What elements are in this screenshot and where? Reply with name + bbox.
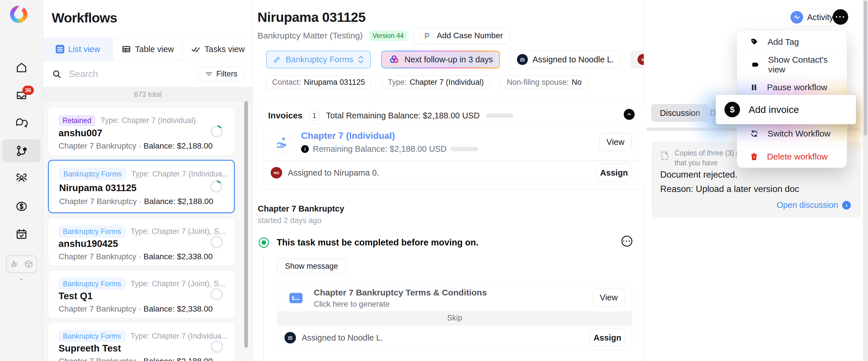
info-pill-row: Contact:Nirupama 031125 Type:Chapter 7 (… xyxy=(266,75,588,89)
page-scrollbar-thumb[interactable] xyxy=(864,1,867,136)
document-view-button[interactable]: View xyxy=(593,288,625,306)
task-document-card: Chapter 7 Bankruptcy Terms & Conditions … xyxy=(277,283,632,350)
task-assignee-row: Assigned to Noodle L. Assign xyxy=(278,325,632,350)
sidebar-item-billing[interactable] xyxy=(0,193,43,220)
task-note: This task must be completed before movin… xyxy=(277,238,478,248)
progress-ring xyxy=(210,125,223,138)
list-scrollbar-thumb[interactable] xyxy=(244,101,248,348)
status-badge: Bankruptcy Forms xyxy=(59,226,125,238)
pause-icon xyxy=(750,83,758,92)
filters-button[interactable]: Filters xyxy=(198,67,244,81)
item-name: Supreeth Test xyxy=(59,343,121,354)
show-message-button[interactable]: Show message xyxy=(277,259,346,274)
sidebar-collapse-chevron[interactable]: ⌄ xyxy=(0,274,43,282)
rejected-reason: Reason: Upload a later version doc xyxy=(660,184,799,194)
status-badge: Bankruptcy Forms xyxy=(59,278,125,290)
list-view-icon xyxy=(56,45,64,53)
menu-item-label: Pause workflow xyxy=(767,82,827,92)
assignee-tag-label: Assigned to Noodle L. xyxy=(532,55,614,64)
document-row: Chapter 7 Bankruptcy Terms & Conditions … xyxy=(278,284,632,311)
page-title: Workflows xyxy=(52,10,117,26)
open-discussion-link[interactable]: Open discussion › xyxy=(777,200,851,210)
item-subtitle: Chapter 7 Bankruptcy · Balance: $2,338.0… xyxy=(59,252,213,261)
trash-icon xyxy=(750,152,758,161)
invoice-name-link[interactable]: Chapter 7 (Individual) xyxy=(301,131,395,141)
invoice-assign-button[interactable]: Assign xyxy=(596,164,631,182)
menu-item-add-tag[interactable]: Add Tag xyxy=(737,31,847,53)
menu-item-label: Show Contact's view xyxy=(768,55,847,75)
sidebar-item-calendar[interactable] xyxy=(0,221,43,247)
followup-tag[interactable]: Next follow-up in 3 days xyxy=(381,51,500,68)
menu-item-delete-workflow[interactable]: Delete workflow xyxy=(737,145,847,168)
chat-icon xyxy=(15,116,28,130)
task-radio-icon[interactable] xyxy=(259,238,269,248)
workflow-title: Nirupama 031125 xyxy=(257,9,366,25)
workflow-list-item[interactable]: RetainedType: Chapter 7 (Individual) ans… xyxy=(48,107,235,156)
double-check-icon xyxy=(191,44,200,54)
workflow-tag-select[interactable]: Bankruptcy Forms xyxy=(266,51,371,68)
invoices-total: Total Remaining Balance: $2,188.00 USD xyxy=(326,111,479,120)
stage-started: started 2 days ago xyxy=(258,216,321,225)
toggle-eye-icon xyxy=(750,60,760,70)
item-name: Nirupama 031125 xyxy=(59,183,136,193)
tab-label: Tasks view xyxy=(205,45,245,54)
progress-ring xyxy=(210,288,223,301)
page-scrollbar[interactable] xyxy=(863,0,868,361)
skip-button[interactable]: Skip xyxy=(278,311,632,325)
assignee-tag[interactable]: Assigned to Noodle L. xyxy=(510,51,621,68)
invoice-assigned-label: Assigned to Nirupama 0. xyxy=(288,168,379,177)
signature-doc-icon xyxy=(284,286,307,310)
home-icon xyxy=(15,61,28,74)
workflow-list-item[interactable]: Bankruptcy FormsType: Chapter 7 (Joint),… xyxy=(48,270,235,318)
tab-list-view[interactable]: List view xyxy=(43,38,113,61)
document-subtitle[interactable]: Click here to generate xyxy=(314,300,390,309)
search-input[interactable] xyxy=(69,69,191,79)
sidebar-item-home[interactable] xyxy=(0,54,43,81)
invoice-balance-row: i Remaining Balance: $2,188.00 USD xyxy=(301,144,478,154)
dollar-circle-icon: $ xyxy=(724,102,740,117)
item-subtitle: Chapter 7 Bankruptcy · Balance: $2,338.0… xyxy=(59,304,213,313)
type-pill[interactable]: Type:Chapter 7 (Individual) xyxy=(382,75,490,89)
workflow-detail-panel: Nirupama 031125 Bankruptcy Matter (Testi… xyxy=(253,0,644,361)
task-ellipsis-button[interactable]: ··· xyxy=(621,236,632,247)
search-row: Filters xyxy=(43,61,253,87)
menu-item-switch-workflow[interactable]: Switch Workflow xyxy=(737,122,847,145)
workflow-list: RetainedType: Chapter 7 (Individual) ans… xyxy=(43,102,253,361)
version-badge: Version 44 xyxy=(369,30,407,41)
sidebar-extras-group[interactable] xyxy=(6,255,37,273)
contact-pill[interactable]: Contact:Nirupama 031125 xyxy=(266,75,371,89)
info-icon: i xyxy=(301,145,309,153)
spouse-pill[interactable]: Non-filing spouse:No xyxy=(501,75,588,89)
tab-table-view[interactable]: Table view xyxy=(113,38,183,61)
filter-icon xyxy=(205,70,213,78)
workflow-list-item[interactable]: Bankruptcy FormsType: Chapter 7 (Individ… xyxy=(48,323,235,361)
app-logo[interactable] xyxy=(10,6,27,23)
invoice-view-button[interactable]: View xyxy=(599,133,631,151)
sidebar-item-messages[interactable] xyxy=(0,110,43,136)
document-outline-icon xyxy=(659,150,671,162)
sidebar-item-inbox[interactable]: 36 xyxy=(0,82,43,109)
add-case-number-button[interactable]: Add Case Number xyxy=(414,27,509,44)
sidebar-item-workflows[interactable] xyxy=(0,138,43,164)
task-assign-button[interactable]: Assign xyxy=(590,329,625,346)
workflow-list-item[interactable]: Bankruptcy FormsType: Chapter 7 (Joint),… xyxy=(48,218,235,266)
robot-avatar xyxy=(517,54,528,65)
progress-ring xyxy=(210,236,223,248)
menu-item-add-invoice[interactable]: $ Add invoice xyxy=(716,95,856,124)
workflow-list-item-selected[interactable]: Bankruptcy FormsType: Chapter 7 (Individ… xyxy=(48,160,235,213)
more-options-button[interactable]: ··· xyxy=(833,9,848,25)
task-assigned-label: Assigned to Noodle L. xyxy=(302,333,383,342)
tag-icon xyxy=(750,37,759,47)
collapse-invoices-button[interactable] xyxy=(624,109,634,120)
sidebar-item-contacts[interactable] xyxy=(0,165,43,192)
invoice-balance: Remaining Balance: $2,188.00 USD xyxy=(313,144,446,154)
menu-item-show-contacts-view[interactable]: Show Contact's view xyxy=(737,53,847,76)
skeleton-pill xyxy=(486,114,514,118)
package-icon xyxy=(24,259,34,269)
dollar-circle-icon xyxy=(15,200,28,213)
filters-label: Filters xyxy=(216,70,238,79)
tab-tasks-view[interactable]: Tasks view xyxy=(183,38,253,61)
skeleton-pill xyxy=(451,147,478,151)
calendar-check-icon xyxy=(15,227,28,241)
item-type: Type: Chapter 7 (Joint), S... xyxy=(131,279,225,288)
